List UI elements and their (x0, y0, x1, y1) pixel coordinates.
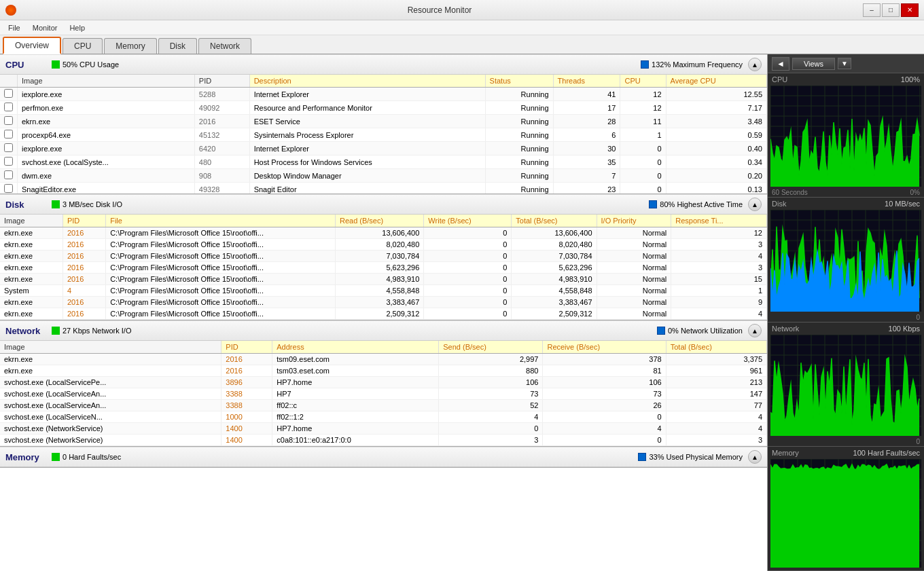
table-row[interactable]: svchost.exe (NetworkService)1400c0a8:101… (0, 435, 767, 446)
table-row[interactable]: svchost.exe (NetworkService)1400HP7.home… (0, 423, 767, 435)
tab-memory[interactable]: Memory (104, 38, 156, 54)
network-graph-area (770, 335, 921, 436)
network-collapse-button[interactable]: ▲ (748, 324, 762, 337)
disk-row-cell: 1 (671, 285, 767, 297)
network-row-cell: 106 (439, 377, 543, 388)
maximize-button[interactable]: □ (882, 3, 900, 17)
disk-row-cell: 0 (424, 297, 512, 308)
cpu-row-cell: Running (485, 169, 553, 183)
disk-graph-value: 10 MB/sec (885, 200, 920, 208)
network-row-cell: 4 (439, 411, 543, 423)
cpu-row-cell: SnagitEditor.exe (18, 183, 195, 194)
tab-network[interactable]: Network (198, 38, 251, 54)
views-dropdown-button[interactable]: ▼ (838, 58, 851, 69)
cpu-row-cell: 0 (620, 183, 666, 194)
tab-overview[interactable]: Overview (3, 37, 61, 54)
table-row[interactable]: svchost.exe (LocalServicePe...3896HP7.ho… (0, 377, 767, 388)
disk-row-cell: C:\Program Files\Microsoft Office 15\roo… (106, 251, 336, 262)
network-row-cell: svchost.exe (LocalServicePe... (0, 377, 221, 388)
cpu-row-cell: 0 (620, 155, 666, 169)
cpu-row-checkbox[interactable] (0, 128, 18, 142)
memory-stat2-indicator (638, 453, 646, 461)
nav-back-button[interactable]: ◄ (772, 57, 789, 71)
disk-row-cell: 3 (671, 239, 767, 251)
cpu-row-checkbox[interactable] (0, 115, 18, 128)
cpu-col-cpu: CPU (620, 75, 666, 88)
disk-collapse-button[interactable]: ▲ (748, 198, 762, 211)
cpu-col-avgcpu: Average CPU (666, 75, 766, 88)
tab-cpu[interactable]: CPU (63, 38, 103, 54)
table-row[interactable]: svchost.exe (LocalServiceAn...3388ff02::… (0, 400, 767, 411)
menu-bar: File Monitor Help (0, 20, 924, 35)
table-row[interactable]: svchost.exe (LocalServiceAn...3388HP7737… (0, 388, 767, 400)
cpu-row-checkbox[interactable] (0, 142, 18, 155)
cpu-row-cell: 2016 (194, 115, 249, 128)
table-row[interactable]: iexplore.exe5288Internet ExplorerRunning… (0, 88, 767, 101)
disk-row-cell: 9 (671, 297, 767, 308)
disk-stat1-text: 3 MB/sec Disk I/O (63, 200, 122, 208)
table-row[interactable]: perfmon.exe49092Resource and Performance… (0, 101, 767, 115)
cpu-row-cell: Running (485, 183, 553, 194)
disk-row-cell: 5,623,296 (335, 262, 423, 274)
cpu-row-cell: 7 (553, 169, 620, 183)
menu-file[interactable]: File (3, 22, 26, 33)
disk-row-cell: 4,983,910 (335, 274, 423, 285)
table-row[interactable]: ekrn.exe2016C:\Program Files\Microsoft O… (0, 239, 767, 251)
network-row-cell: HP7.home (272, 423, 439, 435)
menu-help[interactable]: Help (64, 22, 90, 33)
minimize-button[interactable]: – (863, 3, 881, 17)
table-row[interactable]: svchost.exe (LocalSyste...480Host Proces… (0, 155, 767, 169)
memory-graph-value: 100 Hard Faults/sec (853, 449, 920, 457)
cpu-row-checkbox[interactable] (0, 169, 18, 183)
table-row[interactable]: ekrn.exe2016ESET ServiceRunning28113.48 (0, 115, 767, 128)
cpu-row-checkbox[interactable] (0, 155, 18, 169)
network-stat1-indicator (52, 327, 60, 335)
cpu-collapse-button[interactable]: ▲ (748, 58, 762, 71)
table-row[interactable]: ekrn.exe2016C:\Program Files\Microsoft O… (0, 274, 767, 285)
table-row[interactable]: iexplore.exe6420Internet ExplorerRunning… (0, 142, 767, 155)
disk-row-cell: ekrn.exe (0, 274, 63, 285)
cpu-row-checkbox[interactable] (0, 101, 18, 115)
disk-row-cell: C:\Program Files\Microsoft Office 15\roo… (106, 262, 336, 274)
network-row-cell: ekrn.exe (0, 354, 221, 365)
table-row[interactable]: ekrn.exe2016C:\Program Files\Microsoft O… (0, 262, 767, 274)
table-row[interactable]: procexp64.exe45132Sysinternals Process E… (0, 128, 767, 142)
disk-row-cell: 2,509,312 (512, 308, 597, 320)
cpu-row-checkbox[interactable] (0, 183, 18, 194)
table-row[interactable]: ekrn.exe2016C:\Program Files\Microsoft O… (0, 308, 767, 320)
table-row[interactable]: ekrn.exe2016tsm03.eset.com88081961 (0, 365, 767, 377)
table-row[interactable]: SnagitEditor.exe49328Snagit EditorRunnin… (0, 183, 767, 194)
disk-row-cell: 2016 (63, 262, 105, 274)
close-button[interactable]: ✕ (901, 3, 919, 17)
disk-row-cell: Normal (597, 262, 671, 274)
disk-row-cell: 2016 (63, 251, 105, 262)
memory-collapse-button[interactable]: ▲ (748, 450, 762, 464)
disk-row-cell: 13,606,400 (335, 227, 423, 239)
disk-row-cell: 0 (424, 251, 512, 262)
disk-stat2-text: 80% Highest Active Time (660, 200, 743, 208)
table-row[interactable]: System4C:\Program Files\Microsoft Office… (0, 285, 767, 297)
window-controls: – □ ✕ (863, 3, 919, 17)
table-row[interactable]: ekrn.exe2016C:\Program Files\Microsoft O… (0, 251, 767, 262)
cpu-footer-left: 60 Seconds (772, 189, 808, 196)
disk-row-cell: 13,606,400 (512, 227, 597, 239)
table-row[interactable]: ekrn.exe2016tsm09.eset.com2,9973783,375 (0, 354, 767, 365)
memory-section-right: 33% Used Physical Memory ▲ (638, 450, 762, 464)
table-row[interactable]: ekrn.exe2016C:\Program Files\Microsoft O… (0, 227, 767, 239)
disk-stat2-indicator (649, 200, 657, 208)
table-row[interactable]: dwm.exe908Desktop Window ManagerRunning7… (0, 169, 767, 183)
table-row[interactable]: svchost.exe (LocalServiceN...1000ff02::1… (0, 411, 767, 423)
cpu-row-checkbox[interactable] (0, 88, 18, 101)
cpu-section: CPU 50% CPU Usage 132% Maximum Frequency… (0, 54, 767, 194)
menu-monitor[interactable]: Monitor (27, 22, 63, 33)
memory-graph-section: Memory 100 Hard Faults/sec (768, 447, 924, 571)
net-col-total: Total (B/sec) (666, 341, 766, 354)
views-button[interactable]: Views (792, 58, 835, 70)
tab-disk[interactable]: Disk (158, 38, 197, 54)
title-bar: Resource Monitor – □ ✕ (0, 0, 924, 20)
disk-row-cell: 4 (63, 285, 105, 297)
disk-stat1-indicator (52, 200, 60, 208)
table-row[interactable]: ekrn.exe2016C:\Program Files\Microsoft O… (0, 297, 767, 308)
net-col-send: Send (B/sec) (439, 341, 543, 354)
network-row-cell: 880 (439, 365, 543, 377)
